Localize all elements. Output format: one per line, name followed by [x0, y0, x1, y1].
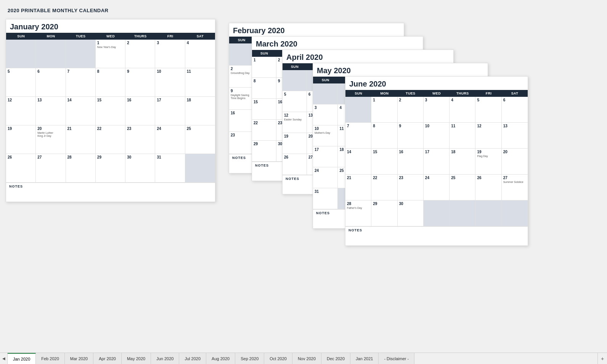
jan-cell: 27 [36, 154, 66, 183]
jan-cell: 23 [125, 125, 155, 154]
jan-cell: 6 [36, 68, 66, 97]
tab-jun-2020[interactable]: Jun 2020 [151, 353, 179, 364]
jan-cell: 1New Year's Day [96, 40, 125, 68]
jan-hdr-wed: WED [96, 33, 125, 40]
jan-notes: NOTES [6, 183, 215, 202]
jan-cell: 16 [125, 97, 155, 125]
tab-dec-2020[interactable]: Dec 2020 [321, 353, 350, 364]
jan-cell: 10 [155, 68, 185, 97]
jan-cell: 9 [125, 68, 155, 97]
tab-jan-2021[interactable]: Jan 2021 [350, 353, 379, 364]
main-area: 2020 PRINTABLE MONTHLY CALENDAR January … [0, 0, 607, 347]
jan-hdr-mon: MON [36, 33, 66, 40]
tab-apr-2020[interactable]: Apr 2020 [93, 353, 122, 364]
jan-header: SUN MON TUES WED THURS FRI SAT [6, 33, 215, 40]
jan-cell: 29 [96, 154, 125, 183]
jan-cell: 8 [96, 68, 125, 97]
jan-hdr-sat: SAT [185, 33, 215, 40]
jan-cell: 12 [6, 97, 36, 125]
jan-cell: 19 [6, 125, 36, 154]
jan-cell: 3 [155, 40, 185, 68]
tab-disclaimer[interactable]: - Disclaimer - [379, 353, 414, 364]
jan-cell: 31 [155, 154, 185, 183]
jan-body: 1New Year's Day 2 3 4 5 6 7 8 9 10 11 12… [6, 40, 215, 183]
jan-hdr-tue: TUES [66, 33, 96, 40]
jan-cell: 18 [185, 97, 215, 125]
tab-jul-2020[interactable]: Jul 2020 [179, 353, 206, 364]
jan-cell: 26 [6, 154, 36, 183]
jan-cell: 30 [125, 154, 155, 183]
jun-body: 1 2 3 4 5 6 7 8 9 10 11 12 13 14 15 16 1… [345, 97, 528, 226]
tab-may-2020[interactable]: May 2020 [122, 353, 151, 364]
jan-cell: 17 [155, 97, 185, 125]
tab-mar-2020[interactable]: Mar 2020 [65, 353, 93, 364]
jun-grid: SUN MON TUES WED THURS FRI SAT 1 2 3 4 5… [345, 90, 528, 226]
jun-header: SUN MON TUES WED THURS FRI SAT [345, 90, 528, 97]
jan-cell: 13 [36, 97, 66, 125]
feb-title: February 2020 [229, 23, 404, 37]
january-calendar: January 2020 SUN MON TUES WED THURS FRI … [6, 19, 215, 202]
tab-nov-2020[interactable]: Nov 2020 [292, 353, 321, 364]
tab-scroll-left[interactable]: ◀ [0, 353, 8, 364]
mar-title: March 2020 [252, 37, 423, 50]
tab-feb-2020[interactable]: Feb 2020 [36, 353, 64, 364]
jan-cell: 24 [155, 125, 185, 154]
jan-cell: 4 [185, 40, 215, 68]
jan-hdr-fri: FRI [155, 33, 185, 40]
jan-cell: 5 [6, 68, 36, 97]
jan-cell [66, 40, 96, 68]
apr-title: April 2020 [283, 50, 453, 63]
tab-jan-2020[interactable]: Jan 2020 [8, 353, 36, 364]
jan-cell: 20Martin LutherKing Jr Day [36, 125, 66, 154]
jun-notes: NOTES [345, 226, 528, 245]
jan-cell: 15 [96, 97, 125, 125]
jan-title: January 2020 [6, 19, 215, 33]
tab-sep-2020[interactable]: Sep 2020 [235, 353, 264, 364]
jan-cell: 21 [66, 125, 96, 154]
jun-title: June 2020 [345, 77, 528, 90]
may-title: May 2020 [313, 63, 488, 77]
jan-cell [185, 154, 215, 183]
jan-hdr-thu: THURS [125, 33, 155, 40]
jan-cell [6, 40, 36, 68]
jan-cell: 7 [66, 68, 96, 97]
jan-grid: SUN MON TUES WED THURS FRI SAT 1New Year… [6, 33, 215, 183]
jan-cell: 11 [185, 68, 215, 97]
jan-cell: 28 [66, 154, 96, 183]
jan-hdr-sun: SUN [6, 33, 36, 40]
june-calendar: June 2020 SUN MON TUES WED THURS FRI SAT… [345, 76, 528, 246]
jan-cell: 22 [96, 125, 125, 154]
tab-add-button[interactable]: + [597, 353, 607, 364]
jan-cell: 25 [185, 125, 215, 154]
tab-bar: ◀ Jan 2020 Feb 2020 Mar 2020 Apr 2020 Ma… [0, 353, 607, 364]
tab-oct-2020[interactable]: Oct 2020 [264, 353, 292, 364]
jan-cell [36, 40, 66, 68]
jan-cell: 14 [66, 97, 96, 125]
tab-aug-2020[interactable]: Aug 2020 [206, 353, 235, 364]
jan-notes-label: NOTES [9, 184, 23, 188]
page-title: 2020 PRINTABLE MONTHLY CALENDAR [8, 8, 599, 13]
jan-cell: 2 [125, 40, 155, 68]
